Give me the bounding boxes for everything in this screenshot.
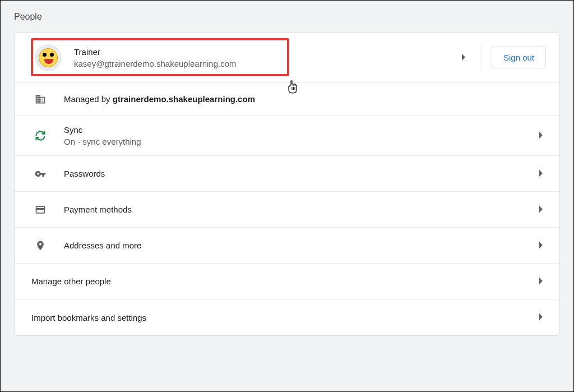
passwords-row[interactable]: Passwords — [15, 156, 559, 192]
chevron-right-icon — [539, 241, 544, 251]
sync-row[interactable]: Sync On - sync everything — [15, 116, 559, 156]
profile-name: Trainer — [74, 46, 462, 58]
addresses-row[interactable]: Addresses and more — [15, 228, 559, 264]
credit-card-icon — [35, 204, 46, 215]
sync-status: On - sync everything — [64, 136, 539, 147]
sign-out-button[interactable]: Sign out — [492, 47, 546, 68]
managed-domain: gtrainerdemo.shakeuplearning.com — [113, 94, 255, 104]
import-title: Import bookmarks and settings — [31, 312, 146, 324]
passwords-title: Passwords — [64, 168, 539, 179]
profile-email: kasey@gtrainerdemo.shakeuplearning.com — [74, 58, 462, 70]
addresses-title: Addresses and more — [64, 239, 539, 251]
chevron-right-icon — [462, 53, 466, 63]
key-icon — [35, 168, 46, 179]
managed-by-text: Managed by gtrainerdemo.shakeuplearning.… — [64, 94, 546, 104]
chevron-right-icon — [539, 169, 544, 179]
managed-prefix: Managed by — [64, 94, 113, 104]
payment-title: Payment methods — [64, 204, 539, 215]
chevron-right-icon — [539, 205, 544, 215]
chevron-right-icon — [539, 276, 544, 287]
avatar-face-icon — [39, 48, 58, 67]
divider — [480, 47, 480, 69]
payment-methods-row[interactable]: Payment methods — [15, 192, 559, 228]
sync-icon — [35, 130, 46, 141]
location-icon — [35, 240, 46, 251]
profile-row[interactable]: Trainer kasey@gtrainerdemo.shakeuplearni… — [15, 33, 559, 83]
manage-people-title: Manage other people — [31, 275, 111, 287]
manage-people-row[interactable]: Manage other people — [15, 264, 559, 299]
chevron-right-icon — [539, 312, 544, 322]
domain-icon — [35, 94, 46, 105]
section-title: People — [14, 12, 560, 22]
people-card: Trainer kasey@gtrainerdemo.shakeuplearni… — [14, 32, 560, 336]
import-bookmarks-row[interactable]: Import bookmarks and settings — [15, 299, 559, 335]
sync-title: Sync — [64, 124, 539, 136]
managed-by-row: Managed by gtrainerdemo.shakeuplearning.… — [15, 83, 559, 116]
avatar — [35, 44, 62, 71]
chevron-right-icon — [539, 131, 544, 141]
